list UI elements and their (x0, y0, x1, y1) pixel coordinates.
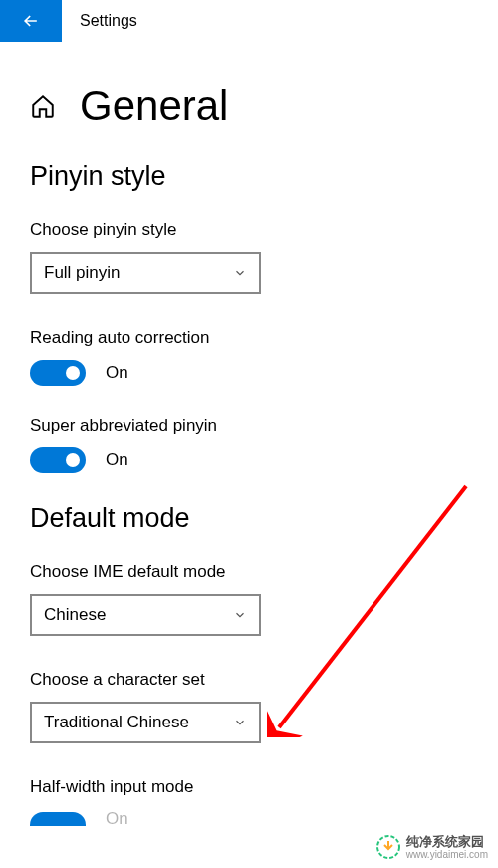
toggle-knob (66, 453, 80, 467)
choose-ime-label: Choose IME default mode (30, 562, 468, 582)
page-title: General (80, 82, 228, 130)
chevron-down-icon (233, 266, 247, 280)
half-width-toggle[interactable] (30, 812, 86, 826)
choose-pinyin-style-label: Choose pinyin style (30, 220, 468, 240)
choose-charset-dropdown[interactable]: Traditional Chinese (30, 702, 261, 743)
page-title-row: General (30, 82, 468, 130)
reading-auto-correction-row: On (30, 360, 468, 386)
watermark-main: 纯净系统家园 (406, 835, 488, 849)
watermark-text: 纯净系统家园 www.yidaimei.com (406, 835, 488, 860)
half-width-state: On (106, 809, 128, 829)
back-arrow-icon (21, 11, 41, 31)
half-width-row: On (30, 809, 468, 829)
chevron-down-icon (233, 716, 247, 729)
choose-pinyin-style-dropdown[interactable]: Full pinyin (30, 252, 261, 294)
choose-pinyin-style-value: Full pinyin (44, 263, 121, 283)
chevron-down-icon (233, 608, 247, 622)
half-width-label: Half-width input mode (30, 777, 468, 797)
watermark-url: www.yidaimei.com (406, 849, 488, 860)
watermark: 纯净系统家园 www.yidaimei.com (376, 835, 488, 860)
choose-charset-value: Traditional Chinese (44, 713, 189, 732)
super-abbreviated-state: On (106, 450, 128, 470)
reading-auto-correction-state: On (106, 363, 128, 383)
super-abbreviated-row: On (30, 447, 468, 473)
header-title: Settings (80, 12, 137, 30)
super-abbreviated-label: Super abbreviated pinyin (30, 416, 468, 435)
toggle-knob (66, 366, 80, 380)
choose-ime-dropdown[interactable]: Chinese (30, 594, 261, 636)
watermark-logo-icon (376, 835, 400, 859)
section-title-pinyin-style: Pinyin style (30, 161, 468, 192)
choose-ime-value: Chinese (44, 605, 106, 625)
section-title-default-mode: Default mode (30, 503, 468, 534)
content-area: General Pinyin style Choose pinyin style… (0, 42, 498, 829)
reading-auto-correction-toggle[interactable] (30, 360, 86, 386)
reading-auto-correction-label: Reading auto correction (30, 328, 468, 348)
super-abbreviated-toggle[interactable] (30, 447, 86, 473)
header-bar: Settings (0, 0, 498, 42)
choose-charset-label: Choose a character set (30, 670, 468, 690)
home-icon (30, 93, 56, 119)
back-button[interactable] (0, 0, 62, 42)
